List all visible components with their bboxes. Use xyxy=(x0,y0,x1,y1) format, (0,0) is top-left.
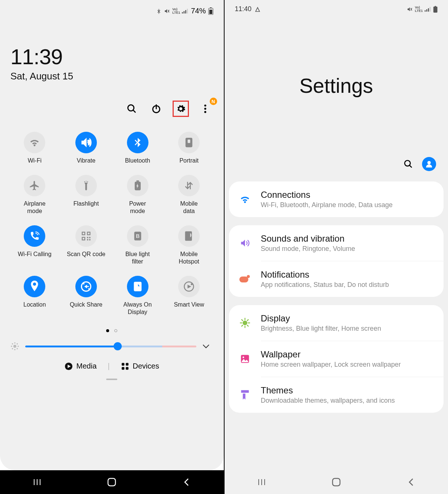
back-button[interactable] xyxy=(400,478,422,487)
qr-icon xyxy=(75,225,97,247)
devices-label: Devices xyxy=(133,362,159,370)
svg-rect-51 xyxy=(428,8,429,12)
svg-rect-15 xyxy=(136,180,139,181)
svg-rect-44 xyxy=(121,363,124,365)
svg-rect-22 xyxy=(89,239,91,241)
qs-tile-mobiledata[interactable]: Mobiledata xyxy=(165,175,213,215)
qs-tile-bluetooth[interactable]: Bluetooth xyxy=(113,132,162,164)
settings-group: DisplayBrightness, Blue light filter, Ho… xyxy=(229,305,444,413)
settings-group: Sounds and vibrationSound mode, Ringtone… xyxy=(229,225,444,297)
wificalling-icon xyxy=(24,225,45,247)
qs-tile-vibrate[interactable]: Vibrate xyxy=(62,132,111,164)
more-button[interactable]: N xyxy=(197,101,213,117)
recents-button[interactable] xyxy=(26,478,48,486)
search-icon xyxy=(403,159,413,169)
wifi-icon xyxy=(24,132,45,153)
settings-list: ConnectionsWi-Fi, Bluetooth, Airplane mo… xyxy=(225,181,448,413)
svg-point-29 xyxy=(83,283,85,285)
devices-button[interactable]: Devices xyxy=(121,362,159,370)
home-button[interactable] xyxy=(101,477,123,487)
dot-inactive xyxy=(114,329,117,332)
svg-point-56 xyxy=(427,161,431,164)
page-indicator[interactable] xyxy=(0,323,224,338)
drag-handle[interactable] xyxy=(106,379,117,380)
signal-icon xyxy=(425,7,431,12)
svg-rect-3 xyxy=(187,9,188,13)
notification-badge: N xyxy=(210,98,217,105)
item-title: Display xyxy=(261,313,434,324)
dot-active xyxy=(106,329,109,332)
media-button[interactable]: Media xyxy=(65,362,97,370)
qs-tile-aod[interactable]: Always OnDisplay xyxy=(113,276,162,316)
qs-tile-location[interactable]: Location xyxy=(10,276,59,316)
media-label: Media xyxy=(76,362,97,370)
svg-point-9 xyxy=(204,105,206,107)
item-title: Notifications xyxy=(261,269,434,280)
item-title: Themes xyxy=(261,385,434,396)
tile-label: Flashlight xyxy=(73,200,99,207)
play-circle-icon xyxy=(65,362,73,370)
notif-icon xyxy=(239,273,251,285)
svg-point-33 xyxy=(191,283,193,285)
slider-thumb[interactable] xyxy=(114,342,122,350)
tile-label: Scan QR code xyxy=(67,251,105,258)
qs-tile-wifi[interactable]: Wi-Fi xyxy=(10,132,59,164)
home-icon xyxy=(331,477,341,487)
qs-tile-qr[interactable]: Scan QR code xyxy=(62,225,111,265)
more-vert-icon xyxy=(204,104,207,114)
brightness-icon xyxy=(10,342,19,351)
power-button[interactable] xyxy=(148,101,164,117)
svg-rect-25 xyxy=(83,238,85,240)
svg-rect-5 xyxy=(210,7,212,8)
svg-rect-48 xyxy=(108,478,115,486)
airplane-icon xyxy=(24,175,45,196)
svg-point-11 xyxy=(204,111,206,113)
grid-icon xyxy=(121,362,129,370)
search-button[interactable] xyxy=(403,159,413,169)
settings-button[interactable] xyxy=(173,101,189,117)
tile-label: Mobiledata xyxy=(180,200,198,215)
expand-brightness[interactable] xyxy=(202,344,213,349)
svg-rect-23 xyxy=(83,233,85,235)
settings-item-connections[interactable]: ConnectionsWi-Fi, Bluetooth, Airplane mo… xyxy=(229,181,444,217)
home-button[interactable] xyxy=(325,477,347,487)
svg-rect-53 xyxy=(434,6,438,12)
svg-rect-6 xyxy=(209,10,212,14)
settings-item-themes[interactable]: ThemesDownloadable themes, wallpapers, a… xyxy=(229,377,444,413)
brightness-slider[interactable] xyxy=(25,346,196,347)
settings-item-notifications[interactable]: NotificationsApp notifications, Status b… xyxy=(229,261,444,297)
qs-tile-portrait[interactable]: Portrait xyxy=(165,132,213,164)
search-button[interactable] xyxy=(124,101,140,117)
svg-point-37 xyxy=(11,346,12,347)
recents-icon xyxy=(257,478,266,486)
settings-item-sounds-and-vibration[interactable]: Sounds and vibrationSound mode, Ringtone… xyxy=(229,225,444,261)
svg-rect-1 xyxy=(184,11,185,13)
settings-item-wallpaper[interactable]: WallpaperHome screen wallpaper, Lock scr… xyxy=(229,341,444,377)
recents-button[interactable] xyxy=(251,478,273,486)
qs-tile-airplane[interactable]: Airplanemode xyxy=(10,175,59,215)
back-button[interactable] xyxy=(175,478,197,487)
qs-tile-power[interactable]: Powermode xyxy=(113,175,162,215)
profile-button[interactable] xyxy=(422,157,436,171)
qs-tile-smartview[interactable]: Smart View xyxy=(165,276,213,316)
svg-rect-13 xyxy=(188,140,190,143)
settings-item-display[interactable]: DisplayBrightness, Blue light filter, Ho… xyxy=(229,305,444,341)
svg-rect-46 xyxy=(121,367,124,369)
qs-tile-quickshare[interactable]: Quick Share xyxy=(62,276,111,316)
clock-time: 11:39 xyxy=(10,44,213,69)
svg-point-41 xyxy=(12,348,13,349)
qs-tile-hotspot[interactable]: MobileHotspot xyxy=(165,225,213,265)
display-icon xyxy=(239,317,251,329)
svg-rect-19 xyxy=(87,237,88,238)
wifi-icon xyxy=(239,193,251,206)
qs-tile-bluelight[interactable]: BBlue lightfilter xyxy=(113,225,162,265)
qs-tile-wificalling[interactable]: Wi-Fi Calling xyxy=(10,225,59,265)
svg-rect-47 xyxy=(125,367,128,369)
tile-label: Airplanemode xyxy=(24,200,46,215)
back-icon xyxy=(407,478,415,487)
bluetooth-icon xyxy=(127,132,148,153)
aod-icon xyxy=(127,276,148,297)
qs-tile-flashlight[interactable]: Flashlight xyxy=(62,175,111,215)
svg-point-38 xyxy=(18,346,19,347)
qs-tiles: Wi-FiVibrateBluetoothPortraitAirplanemod… xyxy=(0,128,224,323)
